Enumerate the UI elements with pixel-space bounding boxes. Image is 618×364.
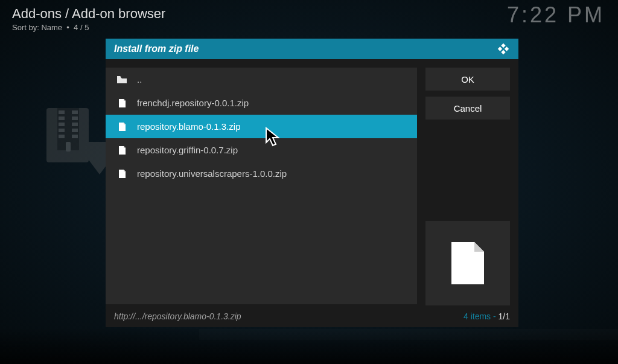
file-label: repository.universalscrapers-1.0.0.zip bbox=[137, 168, 287, 179]
side-panel: OK Cancel bbox=[425, 68, 510, 305]
file-label: .. bbox=[137, 74, 142, 85]
svg-rect-10 bbox=[59, 135, 65, 138]
svg-rect-6 bbox=[59, 123, 65, 126]
preview-thumbnail bbox=[425, 221, 510, 305]
list-position: 4 / 5 bbox=[74, 23, 89, 32]
ok-button[interactable]: OK bbox=[425, 68, 510, 91]
dialog-footer: http://.../repository.blamo-0.1.3.zip 4 … bbox=[106, 305, 518, 327]
svg-rect-9 bbox=[72, 129, 78, 132]
header-block: Add-ons / Add-on browser Sort by: Name •… bbox=[12, 6, 165, 32]
clock: 7:22 PM bbox=[507, 2, 605, 28]
dialog-header: Install from zip file bbox=[106, 39, 518, 59]
svg-rect-11 bbox=[72, 135, 78, 138]
sort-label: Sort by: Name bbox=[12, 23, 62, 32]
file-row[interactable]: frenchdj.repository-0.0.1.zip bbox=[106, 91, 417, 115]
items-count: 4 items - 1/1 bbox=[464, 311, 510, 321]
svg-rect-12 bbox=[66, 142, 71, 152]
parent-dir-row[interactable]: .. bbox=[106, 68, 417, 91]
file-icon bbox=[116, 145, 127, 155]
zip-background-icon bbox=[39, 106, 112, 187]
file-row[interactable]: repository.griffin-0.0.7.zip bbox=[106, 138, 417, 162]
file-row[interactable]: repository.universalscrapers-1.0.0.zip bbox=[106, 162, 417, 185]
svg-rect-8 bbox=[59, 129, 65, 132]
kodi-logo-icon bbox=[497, 42, 510, 56]
file-icon bbox=[116, 98, 127, 108]
file-label: repository.blamo-0.1.3.zip bbox=[137, 121, 240, 132]
file-list[interactable]: ..frenchdj.repository-0.0.1.ziprepositor… bbox=[106, 68, 417, 304]
page-title: Add-ons / Add-on browser bbox=[12, 6, 165, 22]
folder-up-icon bbox=[116, 75, 127, 84]
install-zip-dialog: Install from zip file ..frenchdj.reposit… bbox=[106, 39, 518, 327]
file-icon bbox=[116, 169, 127, 179]
svg-rect-4 bbox=[59, 117, 65, 120]
svg-rect-5 bbox=[72, 117, 78, 120]
current-path: http://.../repository.blamo-0.1.3.zip bbox=[114, 311, 241, 321]
file-icon bbox=[116, 122, 127, 132]
cancel-button[interactable]: Cancel bbox=[425, 97, 510, 120]
dialog-title: Install from zip file bbox=[114, 43, 199, 54]
svg-rect-2 bbox=[59, 110, 65, 114]
sort-info: Sort by: Name • 4 / 5 bbox=[12, 23, 165, 32]
svg-rect-7 bbox=[72, 123, 78, 126]
file-icon bbox=[449, 241, 486, 286]
file-label: repository.griffin-0.0.7.zip bbox=[137, 145, 238, 155]
svg-rect-3 bbox=[72, 110, 78, 114]
page-indicator: 1/1 bbox=[499, 311, 510, 321]
file-row[interactable]: repository.blamo-0.1.3.zip bbox=[106, 115, 417, 138]
file-label: frenchdj.repository-0.0.1.zip bbox=[137, 98, 249, 108]
